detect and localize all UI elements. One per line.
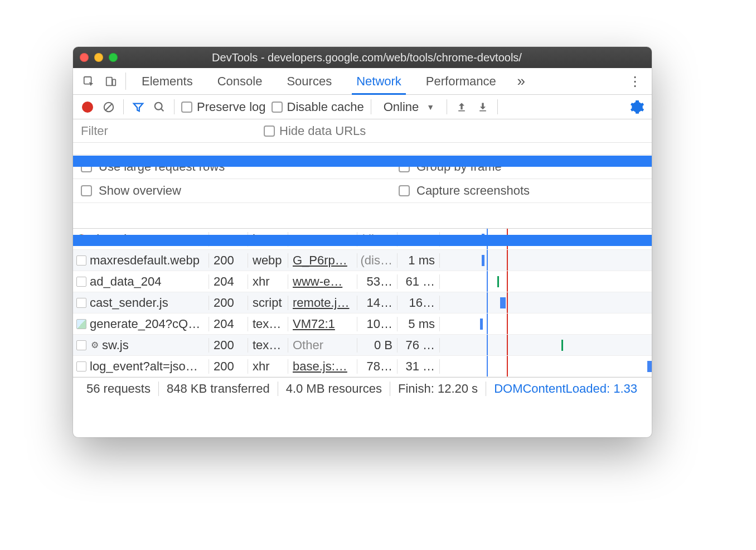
filter-types-row [73,143,652,155]
chevron-down-icon: ▼ [427,103,434,112]
table-header-row [73,203,652,229]
cell-time: 61 … [398,274,440,289]
cell-status: 200 [209,253,248,268]
capture-screenshots-checkbox[interactable]: Capture screenshots [348,184,644,198]
tab-label: Sources [287,74,332,89]
cell-status: 204 [209,274,248,289]
filter-bar: Filter Hide data URLs [73,119,652,143]
checkbox-icon [81,161,92,172]
hide-data-urls-checkbox[interactable]: Hide data URLs [264,124,366,138]
svg-line-4 [105,103,113,110]
cell-initiator[interactable]: Other [288,338,357,353]
group-by-frame-checkbox[interactable]: Group by frame [348,160,644,174]
cell-initiator[interactable]: base.js:… [288,359,357,374]
table-row[interactable]: ⚙sw.js200tex…Other0 B76 … [73,335,652,356]
download-har-icon[interactable] [475,99,491,115]
cell-initiator[interactable]: www-e… [288,274,357,289]
disable-cache-checkbox[interactable]: Disable cache [272,100,364,114]
table-row[interactable]: cast_sender.js200scriptremote.j…14…16… [73,292,652,313]
cell-initiator[interactable]: remote.j… [288,296,357,310]
table-row[interactable]: generate_204?cQ…204tex…VM72:110…5 ms [73,313,652,335]
cell-status: 200 [209,296,248,310]
preserve-log-checkbox[interactable]: Preserve log [181,100,266,114]
tab-console[interactable]: Console [205,68,275,94]
cell-size: 10… [357,317,398,331]
tab-performance[interactable]: Performance [414,68,508,94]
cell-time: 5 ms [398,317,440,331]
tab-label: Elements [142,74,193,89]
close-window-button[interactable] [80,53,89,62]
file-icon [76,255,86,266]
table-row[interactable]: photo.jpg200jpegG_P6rp…(dis…1 ms [73,229,652,250]
cell-type: tex… [248,338,288,353]
cell-name: maxresdefault.webp [73,253,209,268]
svg-rect-1 [106,77,112,85]
gear-icon: ⚙ [91,340,99,350]
cell-waterfall [440,292,652,313]
cell-name: cast_sender.js [73,296,209,310]
cell-waterfall [440,250,652,271]
more-tabs-button[interactable]: » [508,68,534,94]
cell-time: 1 ms [398,232,440,247]
checkbox-icon [272,102,283,113]
clear-button[interactable] [101,99,117,115]
table-row[interactable]: maxresdefault.webp200webpG_P6rp…(dis…1 m… [73,250,652,271]
cell-name: photo.jpg [73,232,209,247]
tab-sources[interactable]: Sources [274,68,344,94]
checkbox-label: Capture screenshots [416,184,530,198]
cell-size: 0 B [357,338,398,353]
summary-resources: 4.0 MB resources [278,382,390,396]
chrome-icon [76,234,86,244]
checkbox-icon [81,185,92,196]
cell-name: generate_204?cQ… [73,317,209,331]
settings-row-1: Use large request rows Group by frame [73,155,652,179]
checkbox-label: Group by frame [416,160,502,174]
main-menu-button[interactable]: ⋮ [623,68,647,94]
search-icon[interactable] [152,99,167,115]
cell-waterfall [440,356,652,377]
tab-elements[interactable]: Elements [129,68,205,94]
cell-initiator[interactable]: G_P6rp… [288,232,357,247]
cell-initiator[interactable]: VM72:1 [288,317,357,331]
cell-initiator[interactable]: G_P6rp… [288,253,357,268]
cell-time: 76 … [398,338,440,353]
network-request-table: photo.jpg200jpegG_P6rp…(dis…1 msmaxresde… [73,229,652,377]
cell-type: script [248,296,288,310]
summary-domcontentloaded: DOMContentLoaded: 1.33 [486,382,645,396]
tab-label: Performance [426,74,496,89]
device-toolbar-icon[interactable] [100,68,122,94]
throttling-select[interactable]: Online ▼ [378,98,440,116]
cell-time: 1 ms [398,253,440,268]
tab-network[interactable]: Network [344,68,414,94]
filter-input[interactable]: Filter [81,124,248,138]
filter-icon[interactable] [130,99,146,115]
cell-type: webp [248,253,288,268]
svg-point-5 [155,102,162,109]
summary-finish: Finish: 12.20 s [390,382,486,396]
cell-size: 53… [357,274,398,289]
cell-type: xhr [248,274,288,289]
show-overview-checkbox[interactable]: Show overview [81,184,326,198]
image-file-icon [76,319,86,329]
upload-har-icon[interactable] [454,99,469,115]
window-title: DevTools - developers.google.com/web/too… [128,51,645,64]
tab-label: Console [217,74,263,89]
checkbox-label: Show overview [99,184,181,198]
svg-rect-7 [458,110,465,111]
inspect-element-icon[interactable] [77,68,100,94]
cell-size: 14… [357,296,398,310]
table-row[interactable]: ad_data_204204xhrwww-e…53…61 … [73,271,652,292]
cell-type: tex… [248,317,288,331]
record-button[interactable] [80,99,95,115]
cell-size: (dis… [357,232,398,247]
cell-time: 31 … [398,359,440,374]
network-settings-icon[interactable] [629,99,645,115]
table-row[interactable]: log_event?alt=jso…200xhrbase.js:…78…31 … [73,356,652,377]
svg-line-6 [161,108,164,111]
checkbox-icon [264,126,275,137]
zoom-window-button[interactable] [109,53,118,62]
file-icon [76,277,86,287]
minimize-window-button[interactable] [94,53,103,62]
use-large-rows-checkbox[interactable]: Use large request rows [81,160,326,174]
cell-status: 200 [209,359,248,374]
